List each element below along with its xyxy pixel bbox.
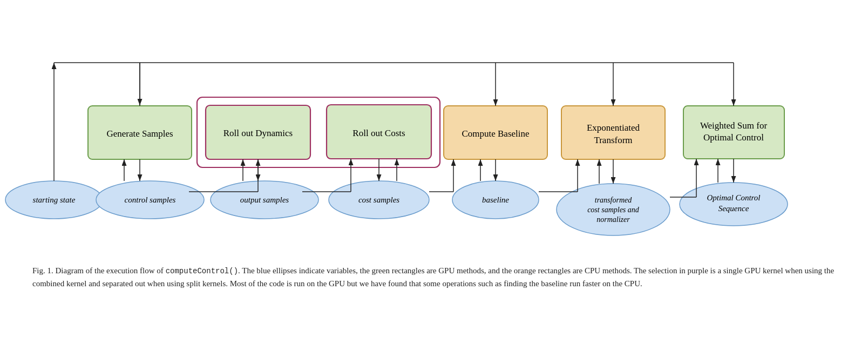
box-compute-baseline-label: Compute Baseline (462, 129, 529, 139)
ellipse-optimal-control-label2: Sequence (718, 204, 749, 213)
ellipse-baseline-label: baseline (482, 196, 509, 204)
box-generate-samples-label: Generate Samples (106, 129, 173, 139)
box-exponentiated-transform-label2: Transform (594, 135, 632, 145)
diagram-svg: Generate Samples Roll out Dynamics Roll … (0, 0, 868, 259)
box-weighted-sum-label1: Weighted Sum for (700, 120, 768, 131)
ellipse-transformed-cost-label2: cost samples and (587, 206, 640, 214)
diagram-container: Generate Samples Roll out Dynamics Roll … (0, 0, 868, 259)
fig-label: Fig. 1. (32, 266, 53, 275)
caption-area: Fig. 1. Diagram of the execution flow of… (0, 259, 868, 301)
box-weighted-sum-label2: Optimal Control (703, 132, 764, 143)
ellipse-optimal-control-label1: Optimal Control (707, 193, 760, 202)
box-rollout-costs-label: Roll out Costs (352, 128, 405, 138)
caption-code: computeControl() (166, 267, 238, 275)
ellipse-transformed-cost-label1: transformed (595, 196, 632, 204)
box-exponentiated-transform-label1: Exponentiated (587, 123, 640, 133)
box-rollout-dynamics-label: Roll out Dynamics (223, 128, 293, 138)
ellipse-control-samples-label: control samples (125, 196, 176, 204)
ellipse-cost-samples-label: cost samples (358, 196, 399, 204)
ellipse-starting-state-label: starting state (33, 196, 76, 204)
ellipse-output-samples-label: output samples (240, 196, 289, 204)
ellipse-transformed-cost-label3: normalizer (596, 215, 630, 224)
caption-text1: Diagram of the execution flow of (56, 266, 166, 275)
